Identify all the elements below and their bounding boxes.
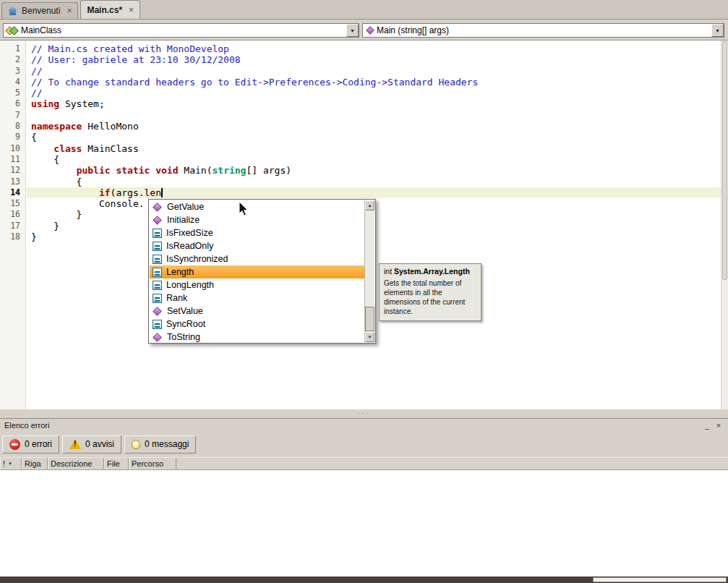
code-line[interactable] (27, 110, 721, 121)
tab-benvenuti[interactable]: Benvenuti× (1, 2, 78, 19)
completion-item-syncroot[interactable]: SyncRoot (150, 318, 364, 331)
code-line[interactable]: { (27, 132, 721, 142)
line-number: 15 (0, 198, 25, 209)
toggle-message-button[interactable]: 0 messaggi (124, 435, 196, 454)
line-number: 4 (0, 77, 25, 88)
code-line[interactable]: // (27, 88, 721, 98)
completion-popup: GetValueInitializeIsFixedSizeIsReadOnlyI… (148, 199, 376, 344)
property-icon (153, 294, 162, 303)
code-line[interactable]: public static void Main(string[] args) (27, 165, 721, 176)
error-icon (9, 439, 20, 450)
line-number: 14 (0, 187, 25, 198)
property-icon (153, 268, 162, 277)
minimize-button[interactable]: _ (702, 421, 712, 430)
warning-icon (69, 439, 81, 449)
column-header-severity[interactable]: !▼ (0, 458, 22, 469)
code-line[interactable]: if(args.len (27, 187, 721, 198)
type-combo-value: MainClass (17, 25, 346, 35)
close-panel-button[interactable]: × (714, 421, 724, 430)
member-combo-dropdown-button[interactable]: ▼ (711, 24, 724, 37)
completion-tooltip: int System.Array.Length Gets the total n… (379, 263, 481, 321)
editor-vertical-scrollbar[interactable] (721, 41, 728, 409)
completion-item-tostring[interactable]: ToString (150, 331, 364, 342)
editor-scrollbar-thumb[interactable] (722, 41, 727, 280)
class-icon (6, 25, 17, 35)
completion-item-initialize[interactable]: Initialize (150, 213, 364, 226)
line-number: 12 (0, 165, 25, 176)
bottom-strip-segment (593, 577, 727, 582)
line-number: 7 (0, 110, 25, 121)
line-number: 16 (0, 209, 25, 220)
line-number: 6 (0, 98, 25, 109)
navigation-bar: MainClass ▼ Main (string[] args) ▼ (0, 20, 728, 40)
completion-item-getvalue[interactable]: GetValue (150, 200, 364, 213)
filter-dropdown-icon[interactable]: ▼ (8, 461, 12, 466)
text-caret (161, 188, 163, 197)
completion-item-issynchronized[interactable]: IsSynchronized (150, 252, 364, 265)
code-line[interactable]: // To change standard headers go to Edit… (27, 77, 721, 88)
toggle-warning-button[interactable]: 0 avvisi (62, 435, 121, 454)
method-icon (153, 307, 162, 316)
tab-label: Benvenuti (22, 6, 60, 16)
line-number: 18 (0, 231, 25, 242)
code-line[interactable]: // User: gabriele at 23:10 30/12/2008 (27, 54, 721, 65)
tooltip-signature: int System.Array.Length (384, 267, 476, 276)
line-number: 11 (0, 154, 25, 165)
column-header-riga[interactable]: Riga (22, 458, 48, 469)
completion-scrollbar-thumb[interactable] (365, 307, 374, 331)
completion-item-setvalue[interactable]: SetValue (150, 305, 364, 318)
document-tabbar: Benvenuti×Main.cs*× (0, 0, 728, 20)
mouse-cursor (239, 202, 253, 218)
completion-item-isfixedsize[interactable]: IsFixedSize (150, 226, 364, 239)
property-icon (153, 281, 162, 290)
scroll-up-button[interactable]: ▲ (365, 200, 374, 210)
code-line[interactable]: { (27, 176, 721, 187)
code-line[interactable]: using System; (27, 98, 721, 109)
horizontal-splitter[interactable]: ··· (0, 409, 728, 418)
toggle-error-button[interactable]: 0 errori (2, 435, 59, 454)
line-number: 1 (0, 43, 25, 54)
completion-item-length[interactable]: Length (150, 265, 364, 278)
completion-item-isreadonly[interactable]: IsReadOnly (150, 239, 364, 252)
member-combo-value: Main (string[] args) (373, 25, 711, 35)
monodevelop-window: Benvenuti×Main.cs*× MainClass ▼ Main (st… (0, 0, 728, 583)
code-line[interactable]: // (27, 66, 721, 77)
completion-item-rank[interactable]: Rank (150, 292, 364, 305)
property-icon (153, 229, 162, 238)
type-combo-dropdown-button[interactable]: ▼ (346, 24, 359, 37)
error-panel-header: Elenco errori _ × (0, 419, 728, 431)
property-icon (153, 320, 162, 329)
member-combo[interactable]: Main (string[] args) ▼ (362, 23, 724, 38)
line-number-gutter: 123456789101112131415161718 (0, 41, 26, 409)
bottom-strip (0, 576, 728, 583)
column-header-file[interactable]: File (104, 458, 129, 469)
code-line[interactable]: // Main.cs created with MonoDevelop (27, 43, 721, 54)
completion-list: GetValueInitializeIsFixedSizeIsReadOnlyI… (150, 200, 364, 342)
splitter-grip[interactable]: ··· (359, 410, 370, 417)
code-line[interactable]: { (27, 154, 721, 165)
property-icon (153, 255, 162, 264)
tooltip-description: Gets the total number of elements in all… (384, 278, 476, 316)
scroll-down-button[interactable]: ▼ (365, 332, 374, 342)
message-icon (132, 440, 140, 449)
tab-close-icon[interactable]: × (67, 7, 72, 15)
code-line[interactable]: class MainClass (27, 143, 721, 154)
column-header-descrizione[interactable]: Descrizione (48, 458, 104, 469)
line-number: 10 (0, 143, 25, 154)
error-list[interactable] (0, 470, 728, 576)
column-header-percorso[interactable]: Percorso (129, 458, 176, 469)
line-number: 5 (0, 88, 25, 98)
completion-scrollbar[interactable]: ▲ ▼ (364, 200, 374, 342)
line-number: 13 (0, 176, 25, 187)
tab-main-cs[interactable]: Main.cs*× (80, 0, 140, 19)
error-panel-title: Elenco errori (4, 421, 701, 430)
line-number: 17 (0, 221, 25, 231)
code-line[interactable]: namespace HelloMono (27, 121, 721, 132)
line-number: 9 (0, 132, 25, 142)
error-columns: !▼RigaDescrizioneFilePercorso (0, 457, 728, 470)
welcome-icon (8, 7, 17, 15)
completion-item-longlength[interactable]: LongLength (150, 278, 364, 292)
type-combo[interactable]: MainClass ▼ (3, 23, 359, 38)
line-number: 2 (0, 54, 25, 65)
tab-close-icon[interactable]: × (129, 6, 134, 14)
